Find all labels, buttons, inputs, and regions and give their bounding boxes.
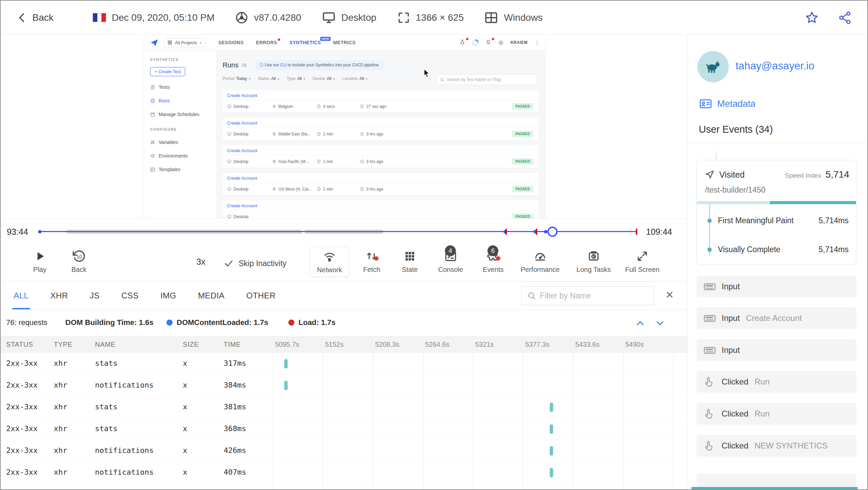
speed-index-label: Speed Index: [785, 172, 821, 179]
location-pin-icon: [272, 187, 276, 191]
time-tick: 5152s: [325, 341, 344, 348]
tab-media[interactable]: MEDIA: [198, 291, 225, 300]
network-request-row[interactable]: 2xx-3xx xhr stats x 381ms: [1, 396, 688, 418]
play-button[interactable]: Play: [28, 249, 52, 274]
name-filter-input[interactable]: [540, 291, 648, 300]
state-label: State: [402, 266, 418, 274]
column-status: STATUS: [6, 341, 33, 348]
click-event-row[interactable]: Clicked Run: [696, 371, 856, 393]
skip-inactivity-toggle[interactable]: Skip Inactivity: [224, 258, 287, 268]
dom-building-time: DOM Building Time: 1.6s: [65, 318, 154, 327]
event-label: Input: [722, 282, 740, 291]
click-event-row[interactable]: Clicked NEW SYNTHETICS: [696, 435, 856, 457]
jump-previous-button[interactable]: [634, 317, 646, 330]
long-tasks-icon: [587, 250, 600, 263]
speed-index-value: 5,714: [825, 169, 849, 180]
back-button[interactable]: Back: [16, 11, 53, 24]
playhead[interactable]: [547, 227, 558, 237]
project-selector-label: All Projects: [175, 40, 197, 45]
tab-css[interactable]: CSS: [122, 291, 139, 300]
run-card: Create Account Desktop Middle East (Ba..…: [223, 118, 538, 140]
events-panel-button[interactable]: 6 Events: [475, 249, 512, 274]
event-label: Input: [722, 313, 740, 323]
visited-label: Visited: [719, 170, 745, 180]
request-type: xhr: [54, 468, 67, 476]
loading-spinner-icon: [471, 38, 480, 47]
status-badge: PASSED: [512, 103, 533, 110]
input-event-row[interactable]: Input Create Account: [696, 307, 856, 329]
request-timing-bar: [550, 403, 553, 412]
os-type-label: Windows: [504, 12, 543, 23]
tab-metrics: METRICS: [333, 40, 356, 45]
clock-icon: [317, 132, 321, 136]
metadata-button[interactable]: Metadata: [699, 97, 756, 111]
user-events-sidebar: tahay@asayer.io Metadata User Events (34…: [687, 35, 867, 490]
event-connector-line: [716, 151, 717, 160]
kebab-menu-icon: ⋮: [534, 39, 540, 46]
click-event-row[interactable]: Clicked Run: [696, 403, 856, 425]
long-tasks-panel-button[interactable]: Long Tasks: [570, 249, 617, 274]
run-card: Create Account Desktop US West (N. Cal..…: [223, 173, 538, 195]
grid-icon: [167, 40, 172, 45]
full-screen-button[interactable]: Full Screen: [618, 249, 666, 274]
run-card: Create Account Desktop Belgium 4 secs 27…: [223, 90, 538, 113]
request-type: xhr: [54, 359, 67, 368]
clock-icon: [360, 104, 364, 109]
tab-other[interactable]: OTHER: [246, 291, 276, 300]
network-request-row[interactable]: 2xx-3xx xhr notifications x 384ms: [1, 375, 688, 396]
request-timing-bar: [550, 424, 553, 434]
sidebar-item-manage-schedules: Manage Schedules: [150, 112, 210, 117]
share-icon[interactable]: [838, 11, 852, 25]
timeline-track[interactable]: [38, 230, 637, 234]
tab-img[interactable]: IMG: [160, 291, 176, 300]
cli-info-banner: ⓘ Use our CLI to include your Synthetics…: [255, 60, 384, 70]
device-type: Desktop: [322, 11, 376, 25]
visited-event-card[interactable]: Visited Speed Index 5,714 /test-builder/…: [696, 160, 856, 264]
state-panel-button[interactable]: State: [393, 249, 427, 274]
chevron-down-icon: ▾: [200, 41, 202, 45]
sidebar-section-synthetics: SYNTHETICS: [150, 58, 210, 62]
sidebar-item-templates: Templates: [150, 167, 210, 172]
network-panel-button[interactable]: Network: [310, 247, 349, 277]
location-pin-icon: [272, 132, 276, 136]
time-tick: 5321s: [475, 341, 494, 348]
input-event-row[interactable]: Input: [696, 276, 856, 297]
request-status: 2xx-3xx: [6, 446, 38, 455]
browser-version: v87.0.4280: [235, 11, 301, 24]
run-test-name: Create Account: [223, 90, 538, 100]
tab-js[interactable]: JS: [90, 291, 100, 300]
request-type: xhr: [54, 424, 67, 433]
filter-status: StatusAll▾: [258, 76, 279, 81]
run-test-name: Create Account: [223, 118, 538, 128]
speed-toggle[interactable]: 3x: [196, 257, 205, 267]
network-request-row[interactable]: 2xx-3xx xhr notifications x 426ms: [1, 440, 688, 462]
network-request-row[interactable]: 2xx-3xx xhr stats x 368ms: [1, 418, 688, 440]
svg-text:10: 10: [77, 254, 82, 260]
jump-next-button[interactable]: [654, 317, 666, 330]
network-request-row[interactable]: 2xx-3xx xhr stats x 317ms: [1, 353, 688, 375]
status-badge: PASSED: [512, 213, 533, 218]
clock-icon: [360, 132, 364, 136]
paint-progress-fill: [770, 201, 856, 204]
tab-xhr[interactable]: XHR: [50, 291, 68, 300]
close-panel-icon[interactable]: ✕: [665, 289, 674, 301]
metadata-label: Metadata: [717, 99, 756, 109]
input-event-row[interactable]: Input: [696, 339, 856, 361]
console-panel-button[interactable]: 4 Console: [430, 249, 471, 274]
filter-device: DeviceAll▾: [313, 76, 335, 81]
performance-panel-button[interactable]: Performance: [515, 249, 566, 274]
sidebar-scrollbar[interactable]: [691, 487, 858, 489]
chevron-left-icon: [16, 11, 29, 24]
resolution-brackets-icon: [397, 11, 411, 24]
favorite-star-icon[interactable]: [805, 11, 819, 25]
request-status: 2xx-3xx: [6, 403, 38, 411]
paint-progress-bar: [697, 201, 856, 204]
layers-icon: [150, 153, 155, 159]
tab-all[interactable]: ALL: [14, 291, 29, 300]
fetch-panel-button[interactable]: Fetch: [355, 249, 389, 274]
back-10s-button[interactable]: 10 Back: [65, 249, 93, 274]
network-request-row[interactable]: 2xx-3xx xhr notifications x 407ms: [1, 462, 688, 484]
name-filter-field[interactable]: [521, 286, 654, 305]
request-status: 2xx-3xx: [6, 424, 38, 433]
events-label: Events: [483, 266, 503, 274]
